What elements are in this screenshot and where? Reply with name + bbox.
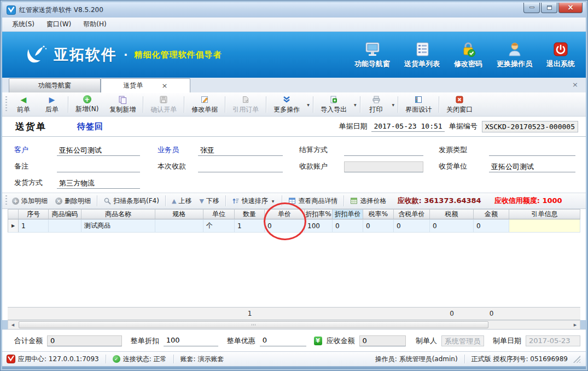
resize-grip[interactable] — [573, 356, 580, 363]
doc-date-field[interactable]: 2017-05-23 10:51 — [371, 121, 444, 132]
col-seq[interactable]: 序号 — [19, 209, 49, 219]
delivery-list-button[interactable]: 送货单列表 — [404, 41, 440, 69]
settlement-field[interactable] — [344, 145, 423, 156]
exit-system-button[interactable]: 退出系统 — [546, 41, 575, 69]
print-button[interactable]: 打印 — [362, 94, 391, 115]
menu-system[interactable]: 系统(S) — [7, 18, 40, 31]
ship-method-field[interactable]: 第三方物流 — [57, 178, 140, 189]
cell-product-code[interactable] — [49, 219, 81, 233]
col-discount-rate[interactable]: 折扣率% — [305, 209, 333, 219]
col-discount-price[interactable]: 折扣单价 — [333, 209, 363, 219]
credit-limit-value: 1000 — [542, 196, 562, 205]
close-button[interactable] — [558, 3, 583, 13]
more-actions-dropdown-icon[interactable] — [305, 94, 311, 115]
col-amount[interactable]: 金额 — [474, 209, 509, 219]
form-row: 备注 本次收款 收款账户 收货单位 亚拓公司测试 — [14, 158, 580, 172]
cell-price-with-tax[interactable]: 0 — [394, 219, 430, 233]
cell-tax-amount[interactable]: 0 — [430, 219, 474, 233]
summary-blank — [8, 308, 19, 320]
cell-qty[interactable]: 1 — [235, 219, 265, 233]
summary-blank — [305, 308, 333, 320]
window-design-icon — [414, 95, 423, 104]
cell-discount-rate[interactable]: 100 — [305, 219, 333, 233]
view-product-button[interactable]: 查看商品详情 — [285, 195, 341, 207]
scrollbar-thumb[interactable] — [19, 321, 488, 328]
confirm-order-button[interactable]: 确认开单 — [145, 94, 182, 115]
ui-design-button[interactable]: 界面设计 — [400, 94, 437, 115]
modify-doc-button[interactable]: 修改单据 — [186, 94, 223, 115]
close-window-button[interactable]: 关闭窗口 — [441, 94, 478, 115]
col-quote-info[interactable]: 引单信息 — [509, 209, 580, 219]
cell-product-name[interactable]: 测试商品 — [81, 219, 155, 233]
whole-coupon-field[interactable]: 0 — [260, 335, 306, 346]
customer-field[interactable]: 亚拓公司测试 — [57, 145, 140, 156]
delete-detail-button[interactable]: 删除明细 — [52, 195, 94, 207]
move-up-button[interactable]: 上移 — [168, 195, 195, 207]
scroll-right-icon[interactable] — [570, 321, 580, 329]
summary-blank — [155, 308, 203, 320]
nav-window-button[interactable]: 功能导航窗 — [354, 41, 390, 69]
cell-spec[interactable] — [155, 219, 203, 233]
connection-status: 连接状态: 正常 — [113, 355, 167, 364]
cell-unit[interactable]: 个 — [203, 219, 235, 233]
import-export-button[interactable]: 导入导出 — [315, 94, 352, 115]
account-field — [344, 161, 423, 172]
menu-help[interactable]: 帮助(H) — [78, 18, 112, 31]
summary-tax: 0 — [430, 308, 474, 320]
next-doc-button[interactable]: 后单 — [38, 94, 66, 115]
col-unit-price[interactable]: 单价 — [265, 209, 305, 219]
scrollbar-track[interactable] — [18, 321, 570, 329]
print-label: 打印 — [370, 105, 383, 114]
doc-date-label: 单据日期 — [339, 121, 367, 131]
toolbar-separator — [143, 96, 143, 113]
tab-delivery-order[interactable]: 送货单 — [101, 78, 190, 92]
cell-amount[interactable]: 0 — [474, 219, 509, 233]
status-bar: 应用中心: 127.0.0.1:7093 连接状态: 正常 账套: 演示账套 操… — [2, 351, 586, 366]
quick-sort-button[interactable]: 快速排序 — [229, 195, 280, 207]
copy-new-button[interactable]: 复制新增 — [104, 94, 141, 115]
import-export-dropdown-icon[interactable] — [352, 94, 358, 115]
col-spec[interactable]: 规格 — [155, 209, 203, 219]
payment-field[interactable] — [198, 161, 283, 172]
move-down-button[interactable]: 下移 — [196, 195, 222, 207]
cell-quote-info[interactable] — [509, 219, 580, 233]
minimize-button[interactable] — [523, 3, 540, 13]
switch-operator-button[interactable]: 更换操作员 — [497, 41, 532, 69]
print-dropdown-icon[interactable] — [391, 94, 397, 115]
tab-nav-window[interactable]: 功能导航窗 — [9, 78, 101, 92]
tabstrip-close-icon[interactable] — [572, 80, 578, 89]
prev-doc-button[interactable]: 前单 — [9, 94, 38, 115]
quote-order-button[interactable]: 引用订单 — [227, 94, 264, 115]
choose-price-button[interactable]: 选择价格 — [347, 195, 389, 207]
col-tax-rate[interactable]: 税率% — [363, 209, 394, 219]
cell-seq[interactable]: 1 — [19, 219, 49, 233]
horizontal-scrollbar[interactable] — [8, 320, 580, 329]
col-product-code[interactable]: 商品编码 — [49, 209, 81, 219]
add-detail-button[interactable]: 添加明细 — [9, 195, 51, 207]
cell-discount-price[interactable]: 0 — [333, 219, 363, 233]
menu-window[interactable]: 窗口(W) — [41, 18, 77, 31]
receivable-total-value: 361373.64384 — [424, 196, 481, 205]
col-product-name[interactable]: 商品名称 — [81, 209, 155, 219]
add-new-button[interactable]: 新增(N) — [70, 94, 104, 115]
detailbar-separator — [97, 195, 97, 206]
cell-unit-price[interactable]: 0 — [265, 219, 305, 233]
more-actions-button[interactable]: 更多操作 — [268, 94, 305, 115]
remark-field[interactable] — [57, 161, 140, 172]
scroll-left-icon[interactable] — [8, 321, 18, 329]
salesman-field[interactable]: 张亚 — [198, 145, 283, 156]
credit-limit-label: 应收信用额度: — [494, 196, 540, 205]
scan-barcode-button[interactable]: 扫描条形码(F4) — [100, 195, 162, 207]
col-qty[interactable]: 数量 — [235, 209, 265, 219]
tab-close-icon[interactable] — [162, 82, 168, 89]
cell-tax-rate[interactable]: 0 — [363, 219, 394, 233]
document-meta: 单据日期 2017-05-23 10:51 单据编号 XSCKD-2017052… — [339, 121, 578, 132]
col-tax-amount[interactable]: 税额 — [430, 209, 474, 219]
invoice-type-field[interactable] — [489, 145, 575, 156]
receiver-field[interactable]: 亚拓公司测试 — [489, 161, 575, 172]
whole-discount-field[interactable]: 100 — [164, 335, 218, 346]
restore-button[interactable] — [541, 3, 557, 13]
col-unit[interactable]: 单位 — [203, 209, 235, 219]
change-password-button[interactable]: 修改密码 — [454, 41, 482, 69]
col-price-with-tax[interactable]: 含税单价 — [394, 209, 430, 219]
